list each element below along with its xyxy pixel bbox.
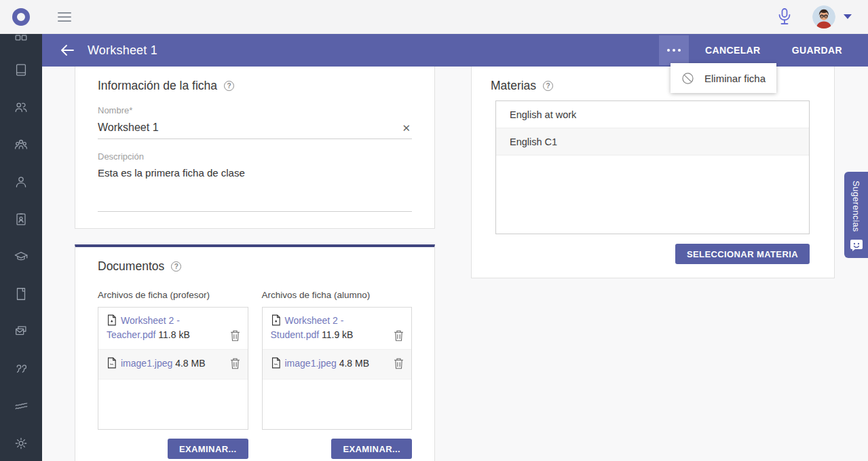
sidebar-item-groups-icon[interactable]: [14, 137, 29, 152]
file-size: 11.8 kB: [158, 329, 189, 340]
subjects-list: English at work English C1: [495, 100, 810, 234]
file-size: 4.8 MB: [175, 358, 205, 369]
sidebar-item-profile-icon[interactable]: [14, 174, 29, 189]
browse-student-files-button[interactable]: EXAMINAR...: [331, 439, 412, 459]
description-input[interactable]: Esta es la primera ficha de clase: [98, 167, 412, 212]
sidebar-item-dashboard-icon[interactable]: [14, 34, 29, 42]
clear-name-icon[interactable]: [402, 122, 411, 134]
worksheet-info-card: Información de la ficha Nombre* Descripc…: [75, 67, 435, 229]
app-logo-icon[interactable]: [12, 7, 31, 26]
file-row: Worksheet 2 - Student.pdf 11.9 kB: [263, 308, 412, 350]
image-file-icon: [107, 357, 117, 369]
pdf-file-icon: [107, 314, 117, 326]
subject-list-item[interactable]: English C1: [496, 128, 809, 155]
sidebar-item-education-icon[interactable]: [14, 249, 29, 264]
delete-file-icon[interactable]: [393, 329, 404, 342]
documents-card: Documentos Archivos de ficha (profesor) …: [75, 244, 435, 461]
delete-file-icon[interactable]: [229, 357, 241, 370]
delete-file-icon[interactable]: [229, 329, 241, 342]
info-card-title: Información de la ficha: [98, 79, 217, 93]
subject-list-item[interactable]: English at work: [496, 101, 809, 128]
subjects-card-title: Materias: [491, 79, 536, 93]
help-icon[interactable]: [224, 81, 234, 91]
sidebar-item-quotes-icon[interactable]: [14, 361, 29, 376]
file-size: 11.9 kB: [322, 329, 353, 340]
teacher-files-label: Archivos de ficha (profesor): [98, 290, 248, 300]
sidebar-item-analytics-icon[interactable]: [14, 399, 29, 413]
file-row: image1.jpeg 4.8 MB: [98, 350, 248, 380]
file-link[interactable]: image1.jpeg: [121, 358, 172, 369]
browse-teacher-files-button[interactable]: EXAMINAR...: [168, 439, 248, 459]
documents-card-title: Documentos: [98, 259, 164, 274]
ban-icon: [681, 71, 695, 86]
sidebar-item-planner-icon[interactable]: [14, 287, 29, 301]
student-files-column: Archivos de ficha (alumno) Worksheet 2 -…: [262, 290, 413, 459]
file-size: 4.8 MB: [339, 358, 369, 369]
sidebar-item-id-card-icon[interactable]: [14, 212, 29, 227]
image-file-icon: [271, 357, 281, 369]
sidebar-item-settings-icon[interactable]: [14, 436, 29, 451]
sidebar-item-communications-icon[interactable]: [14, 324, 29, 339]
help-icon[interactable]: [171, 261, 181, 272]
student-files-list: Worksheet 2 - Student.pdf 11.9 kB image1…: [262, 307, 413, 430]
menu-hamburger-icon[interactable]: [58, 12, 71, 22]
subjects-card: Materias English at work English C1 SELE…: [471, 67, 835, 278]
teacher-files-list: Worksheet 2 - Teacher.pdf 11.8 kB image1…: [98, 307, 248, 430]
sidebar-nav: [0, 34, 42, 461]
file-row: image1.jpeg 4.8 MB: [263, 350, 412, 380]
delete-file-icon[interactable]: [393, 357, 404, 370]
teacher-files-column: Archivos de ficha (profesor) Worksheet 2…: [98, 290, 248, 459]
chevron-down-icon[interactable]: [844, 14, 852, 19]
suggestions-tab[interactable]: Sugerencias: [844, 172, 868, 258]
pdf-file-icon: [271, 314, 281, 326]
feedback-smiley-icon: [850, 238, 863, 252]
menu-item-delete-worksheet[interactable]: Eliminar ficha: [704, 73, 766, 84]
name-input[interactable]: [98, 118, 390, 139]
back-arrow-icon[interactable]: [58, 42, 76, 58]
sidebar-item-notebook-icon[interactable]: [14, 62, 29, 77]
student-files-label: Archivos de ficha (alumno): [262, 290, 413, 300]
sidebar-item-students-icon[interactable]: [14, 100, 29, 115]
page-title: Worksheet 1: [88, 43, 157, 58]
file-row: Worksheet 2 - Teacher.pdf 11.8 kB: [98, 308, 248, 350]
context-menu: Eliminar ficha: [671, 63, 776, 93]
description-field-label: Descripción: [98, 151, 412, 162]
page-header: Worksheet 1 CANCELAR GUARDAR: [42, 34, 868, 67]
select-subject-button[interactable]: SELECCIONAR MATERIA: [675, 244, 810, 264]
suggestions-tab-label: Sugerencias: [851, 181, 861, 232]
cancel-button[interactable]: CANCELAR: [705, 45, 761, 56]
more-options-button[interactable]: [659, 35, 689, 65]
user-avatar[interactable]: [812, 5, 835, 29]
save-button[interactable]: GUARDAR: [792, 45, 842, 56]
name-field-label: Nombre*: [98, 105, 412, 115]
help-icon[interactable]: [543, 81, 553, 91]
file-link[interactable]: image1.jpeg: [285, 358, 337, 369]
top-bar: [0, 0, 868, 34]
microphone-icon[interactable]: [776, 7, 793, 27]
